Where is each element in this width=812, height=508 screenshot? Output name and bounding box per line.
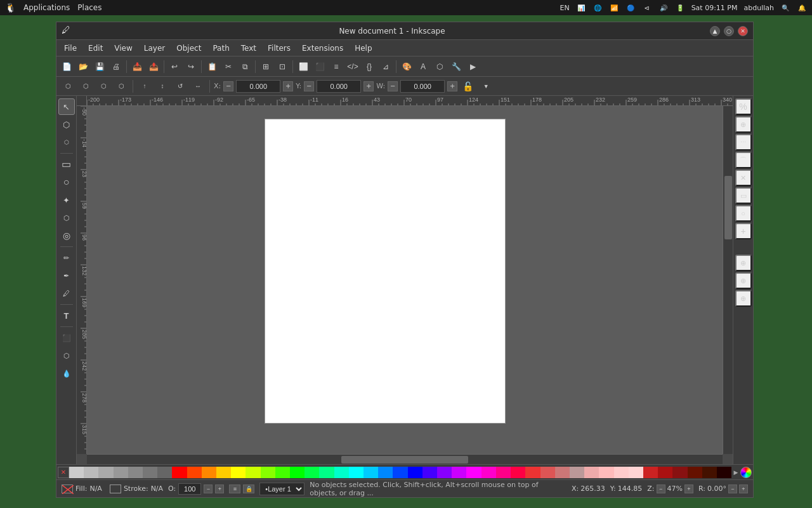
swatch-gray5[interactable] bbox=[128, 467, 143, 478]
group-btn[interactable]: ⊡ bbox=[275, 59, 290, 74]
y-input[interactable] bbox=[317, 80, 361, 93]
swatch-orange3[interactable] bbox=[216, 467, 231, 478]
snap-bbox-btn[interactable]: ▭ bbox=[735, 187, 752, 204]
close-button[interactable]: ✕ bbox=[738, 26, 748, 36]
zoom-increase-btn[interactable]: + bbox=[684, 485, 693, 493]
menu-edit[interactable]: Edit bbox=[83, 43, 108, 54]
fill-color-box[interactable] bbox=[62, 485, 73, 493]
redo-btn[interactable]: ↪ bbox=[183, 59, 199, 74]
select-contain-btn[interactable]: ⬡ bbox=[114, 79, 129, 94]
swatch-magenta[interactable] bbox=[466, 467, 481, 478]
rect-tool-btn[interactable]: ▭ bbox=[58, 156, 75, 173]
menu-view[interactable]: View bbox=[109, 43, 137, 54]
swatch-gray7[interactable] bbox=[157, 467, 172, 478]
cut-btn[interactable]: ✂ bbox=[221, 59, 236, 74]
swatch-pink1[interactable] bbox=[481, 467, 496, 478]
w-increase-btn[interactable]: + bbox=[447, 81, 457, 91]
minimize-button[interactable]: ▲ bbox=[710, 26, 720, 36]
rotate-decrease-btn[interactable]: − bbox=[728, 485, 737, 493]
style-btn[interactable]: {} bbox=[362, 59, 377, 74]
menu-filters[interactable]: Filters bbox=[263, 43, 296, 54]
new-btn[interactable]: 📄 bbox=[59, 59, 74, 74]
swatch-dark-red5[interactable] bbox=[702, 467, 717, 478]
select-in-all-btn[interactable]: ⬡ bbox=[78, 79, 93, 94]
swatch-dark-red4[interactable] bbox=[688, 467, 702, 478]
restore-button[interactable]: ○ bbox=[724, 26, 734, 36]
select-all-btn[interactable]: ⬡ bbox=[60, 79, 75, 94]
opacity-increase-btn[interactable]: + bbox=[215, 485, 224, 493]
swatch-light-red6[interactable] bbox=[599, 467, 613, 478]
palette-scroll-btn[interactable]: ▶ bbox=[731, 467, 740, 478]
scrollbar-horizontal[interactable] bbox=[87, 454, 723, 464]
scrollbar-h-thumb[interactable] bbox=[341, 456, 468, 464]
y-decrease-btn[interactable]: − bbox=[304, 81, 314, 91]
swatch-blue[interactable] bbox=[408, 467, 422, 478]
snap-enable-btn[interactable]: % bbox=[735, 98, 752, 115]
swatch-light-red4[interactable] bbox=[570, 467, 584, 478]
search-icon[interactable]: 🔍 bbox=[780, 3, 790, 13]
swatch-green[interactable] bbox=[290, 467, 304, 478]
snap-plus-btn[interactable]: + bbox=[735, 223, 752, 239]
alert-icon[interactable]: 🔔 bbox=[797, 3, 807, 13]
save-btn[interactable]: 💾 bbox=[92, 59, 107, 74]
swatch-violet3[interactable] bbox=[452, 467, 466, 478]
swatch-cyan-green2[interactable] bbox=[319, 467, 334, 478]
transform-scale-btn[interactable]: ↕ bbox=[155, 79, 170, 94]
object-props-btn[interactable]: 🔧 bbox=[449, 59, 464, 74]
paste-in-place-btn[interactable]: 📋 bbox=[204, 59, 219, 74]
snap-nodes-btn[interactable]: ⊕ bbox=[735, 116, 752, 133]
print-btn[interactable]: 🖨 bbox=[108, 59, 124, 74]
layers-btn[interactable]: ⬡ bbox=[432, 59, 447, 74]
paint-bucket-tool-btn[interactable]: ⬡ bbox=[58, 347, 75, 364]
align-btn[interactable]: ⬜ bbox=[296, 59, 311, 74]
menu-layer[interactable]: Layer bbox=[139, 43, 170, 54]
swatch-yellow-green3[interactable] bbox=[275, 467, 290, 478]
align2-btn[interactable]: ≡ bbox=[329, 59, 344, 74]
drawing-canvas[interactable] bbox=[265, 119, 506, 424]
object-rotate-btn[interactable]: ↺ bbox=[173, 79, 188, 94]
calligraphy-tool-btn[interactable]: 🖊 bbox=[58, 285, 75, 302]
menu-path[interactable]: Path bbox=[207, 43, 234, 54]
swatch-cyan-blue1[interactable] bbox=[363, 467, 378, 478]
text-font-btn[interactable]: A bbox=[416, 59, 431, 74]
swatch-red[interactable] bbox=[172, 467, 187, 478]
x-input[interactable] bbox=[236, 80, 280, 93]
swatch-orange1[interactable] bbox=[187, 467, 202, 478]
no-color-swatch[interactable]: ✕ bbox=[58, 467, 69, 478]
symbols-btn[interactable]: ⊿ bbox=[378, 59, 393, 74]
canvas-area[interactable] bbox=[77, 96, 733, 464]
ellipse-tool-btn[interactable]: ○ bbox=[58, 174, 75, 190]
menu-object[interactable]: Object bbox=[171, 43, 206, 54]
snap-intersect-btn[interactable]: ✕ bbox=[735, 170, 752, 186]
swatch-gray1[interactable] bbox=[69, 467, 84, 478]
w-decrease-btn[interactable]: − bbox=[388, 81, 398, 91]
lock-icon[interactable]: 🔓 bbox=[462, 81, 473, 91]
swatch-gray4[interactable] bbox=[114, 467, 128, 478]
swatch-gray6[interactable] bbox=[143, 467, 157, 478]
fill-stroke-btn[interactable]: 🎨 bbox=[399, 59, 414, 74]
swatch-orange2[interactable] bbox=[202, 467, 216, 478]
scrollbar-v-thumb[interactable] bbox=[724, 176, 732, 239]
y-increase-btn[interactable]: + bbox=[363, 81, 374, 91]
open-btn[interactable]: 📂 bbox=[75, 59, 91, 74]
import-btn[interactable]: 📥 bbox=[129, 59, 145, 74]
w-input[interactable] bbox=[400, 80, 445, 93]
export-btn[interactable]: 📤 bbox=[146, 59, 161, 74]
play-btn[interactable]: ▶ bbox=[465, 59, 480, 74]
node-tool-btn[interactable]: ⬡ bbox=[58, 116, 75, 133]
swatch-pink2[interactable] bbox=[496, 467, 511, 478]
swatch-violet2[interactable] bbox=[437, 467, 452, 478]
menu-extensions[interactable]: Extensions bbox=[297, 43, 348, 54]
3dbox-tool-btn[interactable]: ⬡ bbox=[58, 210, 75, 226]
object-flip-btn[interactable]: ↔ bbox=[190, 79, 206, 94]
lock-aspect-btn[interactable]: 🔒 bbox=[243, 485, 254, 493]
places-menu[interactable]: Places bbox=[77, 3, 102, 12]
menu-help[interactable]: Help bbox=[350, 43, 377, 54]
snap-path-btn[interactable]: ⌒ bbox=[735, 152, 752, 168]
snap-more-btn[interactable]: ⋯ bbox=[735, 134, 752, 150]
snap-rot-btn[interactable]: ⊕ bbox=[735, 255, 752, 271]
snap-obj-btn[interactable]: ○ bbox=[735, 205, 752, 222]
swatch-light-red7[interactable] bbox=[614, 467, 629, 478]
snap-final-btn[interactable]: ⊕ bbox=[735, 290, 752, 307]
swatch-gray2[interactable] bbox=[84, 467, 98, 478]
